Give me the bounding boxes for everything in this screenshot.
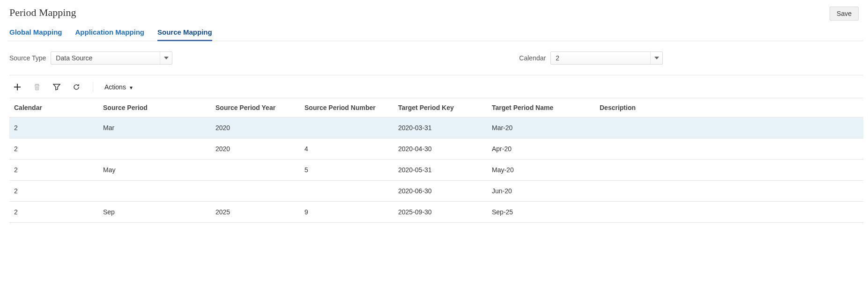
cell-target_period_key[interactable]: 2020-05-31 — [393, 160, 487, 181]
table-row[interactable]: 2May52020-05-31May-20 — [9, 160, 863, 181]
filters-bar: Source Type Data Source Calendar 2 — [9, 41, 863, 75]
source-type-select[interactable]: Data Source — [51, 51, 172, 65]
cell-target_period_name[interactable]: Mar-20 — [487, 117, 595, 139]
table-row[interactable]: 2Sep202592025-09-30Sep-25 — [9, 202, 863, 223]
tab-source-mapping[interactable]: Source Mapping — [157, 24, 212, 41]
col-header-source-period[interactable]: Source Period — [98, 98, 211, 117]
cell-target_period_name[interactable]: Jun-20 — [487, 181, 595, 202]
table-row[interactable]: 22020-06-30Jun-20 — [9, 181, 863, 202]
cell-target_period_key[interactable]: 2020-03-31 — [393, 117, 487, 139]
cell-source_period_number[interactable] — [300, 181, 393, 202]
period-mapping-table: Calendar Source Period Source Period Yea… — [9, 98, 863, 223]
refresh-icon[interactable] — [71, 82, 82, 92]
cell-source_period_number[interactable]: 5 — [300, 160, 393, 181]
cell-calendar[interactable]: 2 — [9, 202, 98, 223]
calendar-label: Calendar — [519, 54, 546, 62]
table-row[interactable]: 2202042020-04-30Apr-20 — [9, 139, 863, 160]
cell-description[interactable] — [595, 139, 863, 160]
cell-target_period_name[interactable]: Apr-20 — [487, 139, 595, 160]
cell-source_period[interactable]: Mar — [98, 117, 211, 139]
cell-source_period_number[interactable] — [300, 117, 393, 139]
cell-calendar[interactable]: 2 — [9, 160, 98, 181]
add-icon[interactable] — [12, 82, 22, 92]
cell-description[interactable] — [595, 202, 863, 223]
tab-application-mapping[interactable]: Application Mapping — [75, 24, 145, 41]
separator — [93, 82, 93, 92]
col-header-target-period-key[interactable]: Target Period Key — [393, 98, 487, 117]
cell-calendar[interactable]: 2 — [9, 181, 98, 202]
cell-description[interactable] — [595, 117, 863, 139]
cell-source_period_year[interactable]: 2025 — [211, 202, 300, 223]
col-header-target-period-name[interactable]: Target Period Name — [487, 98, 595, 117]
chevron-down-icon — [160, 52, 172, 64]
table-toolbar: Actions ▼ — [9, 75, 863, 98]
actions-menu[interactable]: Actions ▼ — [104, 83, 134, 91]
col-header-calendar[interactable]: Calendar — [9, 98, 98, 117]
cell-target_period_name[interactable]: Sep-25 — [487, 202, 595, 223]
cell-target_period_name[interactable]: May-20 — [487, 160, 595, 181]
table-row[interactable]: 2Mar20202020-03-31Mar-20 — [9, 117, 863, 139]
tabs: Global MappingApplication MappingSource … — [7, 24, 863, 41]
cell-source_period_year[interactable] — [211, 181, 300, 202]
cell-source_period[interactable] — [98, 139, 211, 160]
save-button[interactable]: Save — [830, 7, 859, 21]
cell-source_period_number[interactable]: 4 — [300, 139, 393, 160]
tab-global-mapping[interactable]: Global Mapping — [9, 24, 62, 41]
cell-source_period[interactable] — [98, 181, 211, 202]
cell-source_period_year[interactable] — [211, 160, 300, 181]
delete-icon — [32, 82, 42, 92]
calendar-value: 2 — [551, 54, 650, 62]
source-type-value: Data Source — [51, 54, 160, 62]
cell-calendar[interactable]: 2 — [9, 117, 98, 139]
cell-source_period[interactable]: Sep — [98, 202, 211, 223]
source-type-label: Source Type — [9, 54, 46, 62]
cell-description[interactable] — [595, 160, 863, 181]
caret-down-icon: ▼ — [129, 85, 134, 90]
cell-description[interactable] — [595, 181, 863, 202]
col-header-source-period-year[interactable]: Source Period Year — [211, 98, 300, 117]
cell-calendar[interactable]: 2 — [9, 139, 98, 160]
filter-icon[interactable] — [52, 82, 62, 92]
col-header-source-period-number[interactable]: Source Period Number — [300, 98, 393, 117]
col-header-description[interactable]: Description — [595, 98, 863, 117]
cell-source_period_number[interactable]: 9 — [300, 202, 393, 223]
page-title: Period Mapping — [9, 7, 76, 19]
cell-source_period[interactable]: May — [98, 160, 211, 181]
chevron-down-icon — [650, 52, 662, 64]
actions-label: Actions — [104, 83, 126, 91]
cell-target_period_key[interactable]: 2020-04-30 — [393, 139, 487, 160]
cell-target_period_key[interactable]: 2020-06-30 — [393, 181, 487, 202]
cell-target_period_key[interactable]: 2025-09-30 — [393, 202, 487, 223]
cell-source_period_year[interactable]: 2020 — [211, 117, 300, 139]
cell-source_period_year[interactable]: 2020 — [211, 139, 300, 160]
calendar-select[interactable]: 2 — [550, 51, 663, 65]
